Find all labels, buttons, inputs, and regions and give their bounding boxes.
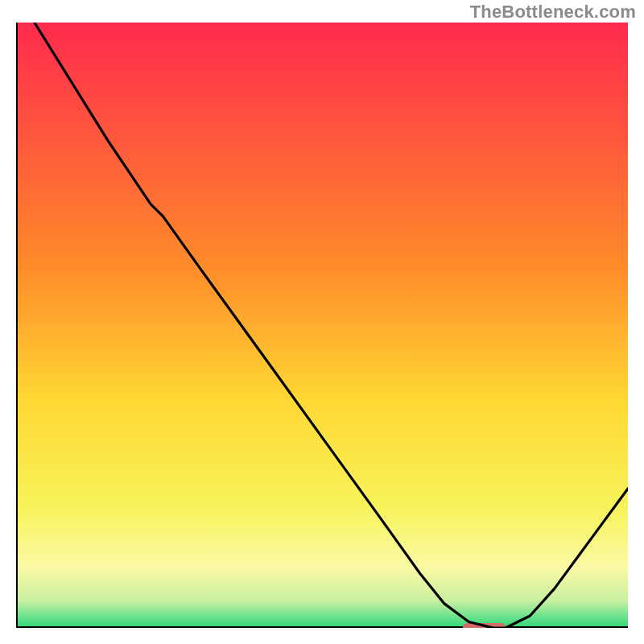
bottleneck-chart — [16, 23, 628, 628]
watermark-text: TheBottleneck.com — [470, 2, 636, 23]
chart-background — [16, 23, 628, 628]
chart-container: TheBottleneck.com — [0, 0, 644, 644]
